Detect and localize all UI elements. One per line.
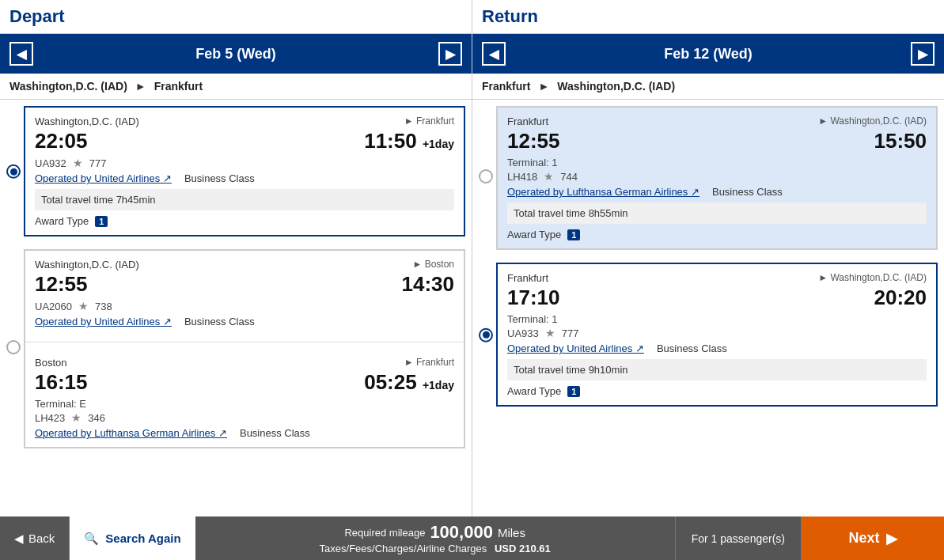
back-button[interactable]: ◀ Back xyxy=(0,516,70,560)
r2-arrive-time: 20:20 xyxy=(874,286,927,310)
return-flight-card-2[interactable]: Frankfurt ► Washington,D.C. (IAD) 17:10 … xyxy=(479,263,938,407)
next-label: Next xyxy=(848,530,879,547)
d2-leg1-star: ★ xyxy=(78,300,89,312)
r1-award-row: Award Type 1 xyxy=(507,229,927,240)
r2-cabin: Business Class xyxy=(657,342,727,354)
d2-leg2-from: Boston xyxy=(35,357,66,369)
required-mileage-label: Required mileage xyxy=(344,527,425,539)
r1-arrive-time: 15:50 xyxy=(874,129,927,153)
return-route-bar: Frankfurt ► Washington,D.C. (IAD) xyxy=(472,74,944,100)
r1-depart-time: 12:55 xyxy=(507,129,560,153)
d1-award-row: Award Type 1 xyxy=(35,215,454,227)
return-flight-card-1[interactable]: Frankfurt ► Washington,D.C. (IAD) 12:55 … xyxy=(479,106,938,250)
d1-from: Washington,D.C. (IAD) xyxy=(35,115,139,127)
taxes-label: Taxes/Fees/Charges/Airline Charges xyxy=(320,543,487,554)
depart-title: Depart xyxy=(9,6,462,27)
back-label: Back xyxy=(28,532,55,545)
d1-arrive-time: 11:50 +1day xyxy=(364,129,454,153)
depart-prev-date-button[interactable]: ◀ xyxy=(9,42,33,66)
d1-star-icon: ★ xyxy=(73,157,83,169)
d2-leg2-star: ★ xyxy=(71,411,82,424)
depart-flight-card-1[interactable]: Washington,D.C. (IAD) ► Frankfurt 22:05 … xyxy=(6,106,465,236)
d2-leg2-depart: 16:15 xyxy=(35,370,88,395)
r2-terminal: Terminal: 1 xyxy=(507,313,927,325)
r1-terminal: Terminal: 1 xyxy=(507,157,927,168)
next-chevron-icon: ▶ xyxy=(886,530,897,547)
d2-leg1-num: UA2060 xyxy=(35,301,72,312)
r1-to-arrow: ► Washington,D.C. (IAD) xyxy=(818,115,927,127)
r1-award-label: Award Type xyxy=(507,229,561,240)
r1-info-row: LH418 ★ 744 xyxy=(507,170,927,183)
miles-value: 100,000 xyxy=(430,522,493,543)
r1-aircraft: 744 xyxy=(560,171,578,183)
d1-route-arrow: ► Frankfurt xyxy=(404,115,454,127)
miles-unit: Miles xyxy=(498,526,525,539)
passenger-label: For 1 passenger(s) xyxy=(692,532,785,545)
depart-flight-card-2[interactable]: Washington,D.C. (IAD) ► Boston 12:55 14:… xyxy=(6,249,465,448)
back-chevron-icon: ◀ xyxy=(14,532,24,546)
d1-travel-time: Total travel time 7h45min xyxy=(35,189,454,210)
d2-leg2-num: LH423 xyxy=(35,412,65,424)
search-again-button[interactable]: 🔍 Search Again xyxy=(70,516,195,560)
r2-depart-time: 17:10 xyxy=(507,286,560,310)
passenger-section: For 1 passenger(s) xyxy=(675,516,802,560)
next-button[interactable]: Next ▶ xyxy=(802,516,944,560)
depart-column: Depart ◀ Feb 5 (Wed) ▶ Washington,D.C. (… xyxy=(0,0,472,516)
d1-flight-num: UA932 xyxy=(35,157,66,169)
depart-route-arrow: ► xyxy=(135,80,146,93)
return-flight-1-radio[interactable] xyxy=(479,169,493,184)
search-again-label: Search Again xyxy=(105,532,180,545)
d2-leg1-operator[interactable]: Operated by United Airlines ↗ xyxy=(35,316,172,327)
d1-cabin: Business Class xyxy=(184,172,255,184)
depart-route-bar: Washington,D.C. (IAD) ► Frankfurt xyxy=(0,74,472,100)
d2-leg1-info: UA2060 ★ 738 xyxy=(35,300,454,312)
return-route-from: Frankfurt xyxy=(482,80,530,93)
d1-award-badge: 1 xyxy=(95,216,108,227)
r1-operator[interactable]: Operated by Lufthansa German Airlines ↗ xyxy=(507,186,699,198)
d2-leg1-depart: 12:55 xyxy=(35,272,88,297)
d2-leg2-terminal: Terminal: E xyxy=(35,398,454,410)
d2-leg2-cabin: Business Class xyxy=(240,427,310,439)
r2-operator[interactable]: Operated by United Airlines ↗ xyxy=(507,342,644,354)
d2-leg2-info: LH423 ★ 346 xyxy=(35,411,454,424)
r2-aircraft: 777 xyxy=(562,327,579,339)
r1-from: Frankfurt xyxy=(507,115,548,127)
taxes-value: USD 210.61 xyxy=(495,543,551,554)
depart-header: Depart xyxy=(0,0,472,34)
r2-star: ★ xyxy=(545,327,555,339)
d1-aircraft: 777 xyxy=(89,157,107,169)
return-prev-date-button[interactable]: ◀ xyxy=(482,42,506,66)
depart-route-from: Washington,D.C. (IAD) xyxy=(9,80,127,93)
depart-date-label: Feb 5 (Wed) xyxy=(195,46,276,62)
r1-cabin: Business Class xyxy=(712,186,783,198)
d1-operator-link[interactable]: Operated by United Airlines ↗ xyxy=(35,172,172,184)
r2-award-row: Award Type 1 xyxy=(507,385,927,397)
r2-to-arrow: ► Washington,D.C. (IAD) xyxy=(818,272,927,284)
d2-leg2-aircraft: 346 xyxy=(88,412,105,424)
d2-leg2-operator[interactable]: Operated by Lufthansa German Airlines ↗ xyxy=(35,427,227,439)
miles-row: Required mileage 100,000 Miles xyxy=(344,522,525,543)
d2-leg2-arrive: 05:25 +1day xyxy=(364,370,454,395)
return-column: Return ◀ Feb 12 (Wed) ▶ Frankfurt ► Wash… xyxy=(472,0,944,516)
return-flight-2-radio[interactable] xyxy=(479,327,493,342)
r1-flight-num: LH418 xyxy=(507,171,537,183)
r2-flight-num: UA933 xyxy=(507,327,539,339)
d1-award-label: Award Type xyxy=(35,215,89,227)
r2-from: Frankfurt xyxy=(507,272,548,284)
d2-leg1-arrive: 14:30 xyxy=(402,272,455,297)
return-date-nav: ◀ Feb 12 (Wed) ▶ xyxy=(472,34,944,74)
depart-flight-1-radio[interactable] xyxy=(6,165,21,179)
depart-next-date-button[interactable]: ▶ xyxy=(438,42,462,66)
depart-date-nav: ◀ Feb 5 (Wed) ▶ xyxy=(0,34,472,74)
depart-flight-2-radio[interactable] xyxy=(6,340,21,354)
r1-award-badge: 1 xyxy=(567,229,580,240)
return-next-date-button[interactable]: ▶ xyxy=(911,42,935,66)
d2-leg1-cabin: Business Class xyxy=(184,316,255,327)
r2-travel-time: Total travel time 9h10min xyxy=(507,359,927,380)
r2-info-row: UA933 ★ 777 xyxy=(507,327,927,339)
mileage-section: Required mileage 100,000 Miles Taxes/Fee… xyxy=(195,522,675,554)
d1-info-row: UA932 ★ 777 xyxy=(35,157,454,169)
return-date-label: Feb 12 (Wed) xyxy=(664,46,753,62)
r2-award-badge: 1 xyxy=(567,386,580,397)
d2-leg-divider xyxy=(25,342,464,342)
